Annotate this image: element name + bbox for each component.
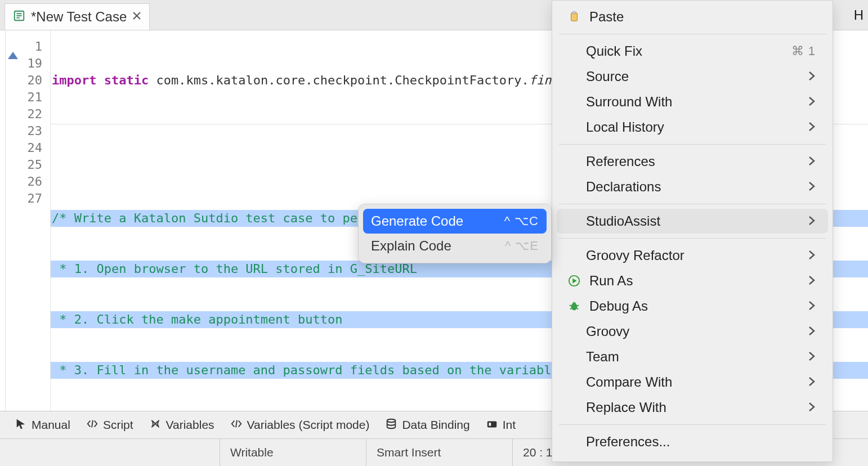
menu-label: Source	[586, 69, 800, 84]
tab-variables[interactable]: Variables	[144, 414, 220, 436]
bug-icon	[567, 300, 581, 312]
tab-label: Manual	[32, 418, 70, 432]
chevron-right-icon	[808, 94, 816, 110]
menu-debug-as[interactable]: Debug As	[557, 294, 828, 319]
submenu-shortcut: ^ ⌥C	[504, 214, 539, 228]
menu-compare-with[interactable]: Compare With	[557, 370, 828, 395]
submenu-explain-code[interactable]: Explain Code ^ ⌥E	[363, 234, 547, 258]
chevron-right-icon	[808, 69, 816, 84]
tab-integration[interactable]: Int	[480, 414, 521, 436]
menu-source[interactable]: Source	[557, 64, 828, 89]
menu-local-history[interactable]: Local History	[557, 115, 828, 140]
svg-line-20	[570, 308, 572, 310]
chevron-right-icon	[808, 213, 816, 229]
menu-label: Replace With	[586, 400, 800, 415]
line-number: 20	[6, 72, 50, 89]
menu-declarations[interactable]: Declarations	[557, 174, 828, 199]
menu-label: Groovy	[586, 324, 800, 339]
line-number: 22	[6, 106, 50, 123]
menu-run-as[interactable]: Run As	[557, 268, 828, 293]
tab-label: Variables (Script mode)	[247, 418, 370, 432]
chevron-right-icon	[808, 298, 816, 314]
close-icon[interactable]	[132, 11, 141, 23]
menu-label: Declarations	[586, 179, 800, 195]
chevron-right-icon	[808, 154, 816, 169]
menu-paste[interactable]: Paste	[557, 5, 828, 29]
tab-label: Variables	[166, 418, 214, 432]
truncated-ui-letter: H	[854, 0, 868, 30]
menu-separator	[559, 424, 826, 425]
menu-replace-with[interactable]: Replace With	[557, 395, 828, 420]
code-icon	[86, 418, 99, 433]
submenu-label: Generate Code	[371, 213, 498, 229]
menu-groovy[interactable]: Groovy	[557, 319, 828, 344]
tab-script[interactable]: Script	[80, 414, 139, 436]
context-menu: Paste Quick Fix ⌘ 1 Source Surround With…	[552, 0, 833, 462]
svg-line-18	[570, 305, 572, 306]
menu-label: Local History	[586, 119, 800, 135]
chevron-right-icon	[808, 179, 816, 195]
svg-line-19	[577, 305, 579, 306]
tab-data-binding[interactable]: Data Binding	[379, 414, 475, 436]
menu-quick-fix[interactable]: Quick Fix ⌘ 1	[557, 39, 828, 64]
line-number: 23	[6, 123, 50, 140]
studio-assist-submenu: Generate Code ^ ⌥C Explain Code ^ ⌥E	[358, 204, 552, 263]
menu-shortcut: ⌘ 1	[791, 44, 816, 59]
code-icon	[230, 418, 243, 433]
menu-label: Paste	[589, 9, 816, 25]
svg-point-10	[387, 419, 396, 422]
tab-variables-script[interactable]: Variables (Script mode)	[225, 414, 375, 436]
svg-rect-11	[487, 421, 496, 427]
integration-icon	[486, 418, 498, 433]
menu-label: Compare With	[586, 374, 800, 390]
line-number: 21	[6, 89, 50, 106]
menu-preferences[interactable]: Preferences...	[557, 429, 828, 454]
menu-label: Preferences...	[586, 434, 816, 450]
chevron-right-icon	[808, 273, 816, 289]
menu-label: Quick Fix	[586, 43, 784, 59]
menu-label: Surround With	[586, 94, 800, 110]
menu-references[interactable]: References	[557, 149, 828, 174]
menu-studio-assist[interactable]: StudioAssist	[557, 209, 828, 234]
chevron-right-icon	[808, 119, 816, 135]
database-icon	[385, 418, 397, 433]
menu-label: Groovy Refactor	[586, 248, 800, 263]
menu-label: References	[586, 154, 800, 169]
marker-strip	[0, 30, 6, 411]
menu-separator	[559, 204, 826, 204]
menu-separator	[559, 34, 826, 34]
svg-line-6	[92, 420, 93, 427]
editor-tab-title: *New Test Case	[31, 9, 127, 25]
variable-x-icon	[149, 418, 162, 433]
chevron-right-icon	[808, 349, 816, 365]
line-gutter: 1 19 20 21 22 23 24 25 26 27	[6, 30, 51, 411]
menu-separator	[559, 144, 826, 145]
tab-label: Script	[103, 418, 133, 432]
submenu-label: Explain Code	[371, 238, 498, 254]
cursor-icon	[15, 418, 27, 433]
line-number: 1	[6, 38, 50, 55]
menu-team[interactable]: Team	[557, 344, 828, 369]
status-insert-mode: Smart Insert	[366, 439, 512, 466]
svg-line-21	[577, 308, 579, 310]
svg-line-9	[236, 420, 237, 427]
editor-tab[interactable]: *New Test Case	[5, 3, 150, 30]
tab-label: Int	[503, 418, 516, 432]
menu-label: Team	[586, 349, 800, 365]
line-number: 19	[6, 55, 50, 72]
menu-separator	[559, 238, 826, 239]
line-number: 24	[6, 140, 50, 156]
paste-icon	[567, 11, 581, 23]
menu-label: StudioAssist	[586, 213, 800, 229]
tab-label: Data Binding	[402, 418, 469, 432]
menu-label: Debug As	[589, 298, 800, 314]
status-writable: Writable	[220, 439, 366, 466]
menu-surround-with[interactable]: Surround With	[557, 89, 828, 114]
menu-groovy-refactor[interactable]: Groovy Refactor	[557, 243, 828, 268]
submenu-generate-code[interactable]: Generate Code ^ ⌥C	[363, 209, 547, 234]
svg-rect-12	[489, 423, 491, 426]
chevron-right-icon	[808, 374, 816, 390]
line-number: 25	[6, 156, 50, 173]
test-case-icon	[13, 10, 25, 24]
tab-manual[interactable]: Manual	[9, 414, 76, 436]
